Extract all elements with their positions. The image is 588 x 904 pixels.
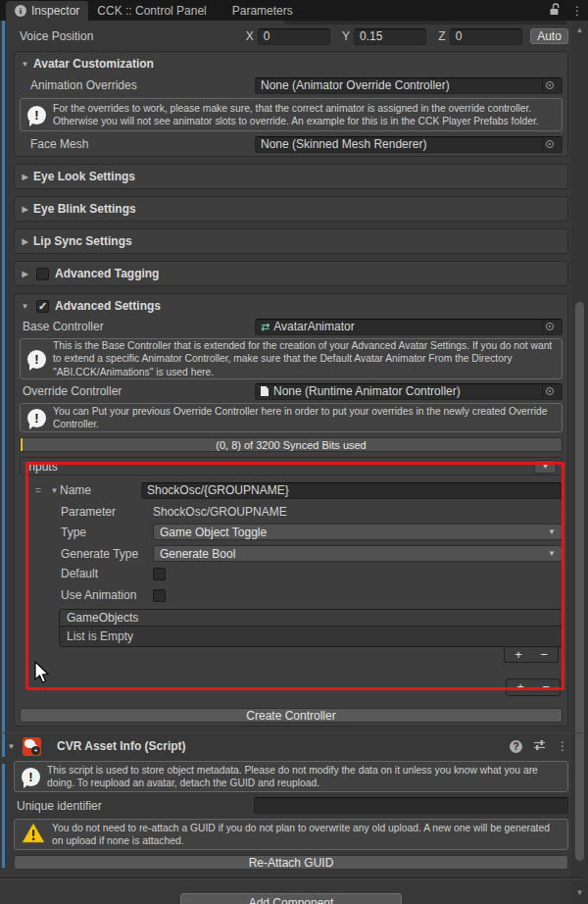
advanced-tagging-checkbox[interactable] xyxy=(36,268,49,280)
input-type-dropdown[interactable]: Game Object Toggle ▼ xyxy=(153,524,563,540)
input-use-animation-checkbox[interactable] xyxy=(153,589,166,602)
input-name-label: Name xyxy=(60,483,141,497)
input-default-checkbox[interactable] xyxy=(153,568,166,580)
voice-position-row: Voice Position X 0 Y 0.15 Z 0 Auto xyxy=(14,27,568,45)
add-component-button[interactable]: Add Component xyxy=(180,893,402,904)
component-menu-icon[interactable]: ⋮ xyxy=(557,740,568,752)
tab-parameters[interactable]: Parameters xyxy=(223,1,302,21)
input-generate-type-label: Generate Type xyxy=(61,547,153,561)
eye-look-settings-title: Eye Look Settings xyxy=(33,170,135,183)
voice-x-field[interactable]: 0 xyxy=(258,28,330,45)
presets-icon[interactable] xyxy=(533,739,546,754)
foldout-closed-icon: ▶ xyxy=(20,270,30,278)
gameobjects-list: GameObjects List is Empty xyxy=(59,609,563,647)
create-controller-button[interactable]: Create Controller xyxy=(20,708,563,723)
voice-y-label: Y xyxy=(342,29,350,43)
lip-sync-settings-section[interactable]: ▶ Lip Sync Settings xyxy=(14,228,568,254)
animation-overrides-label: Animation Overrides xyxy=(20,78,255,92)
inputs-add-button[interactable]: + xyxy=(511,680,530,694)
base-controller-label: Base Controller xyxy=(20,320,255,333)
info-bubble-icon: ! xyxy=(27,106,46,125)
object-picker-icon[interactable] xyxy=(542,137,557,152)
animation-overrides-row: Animation Overrides None (Animator Overr… xyxy=(20,76,563,94)
override-controller-row: Override Controller None (Runtime Animat… xyxy=(20,382,563,400)
voice-auto-button[interactable]: Auto xyxy=(530,28,568,44)
animation-overrides-field[interactable]: None (Animator Override Controller) xyxy=(255,77,563,94)
synced-bits-bar: (0, 8) of 3200 Synced Bits used xyxy=(20,437,563,452)
foldout-closed-icon: ▶ xyxy=(20,205,30,214)
foldout-open-icon[interactable]: ▼ xyxy=(6,742,17,751)
object-picker-icon[interactable] xyxy=(542,78,557,93)
gameobjects-list-footer: + − xyxy=(20,647,559,663)
inspector-info-icon: i xyxy=(15,5,26,17)
unique-identifier-field[interactable] xyxy=(254,797,568,814)
override-help-box: ! You can Put your previous Override Con… xyxy=(20,403,563,432)
scroll-up-icon[interactable]: ▲ xyxy=(571,25,588,34)
lock-icon[interactable] xyxy=(549,3,561,19)
eye-blink-settings-section[interactable]: ▶ Eye Blink Settings xyxy=(14,196,568,222)
base-controller-help-text: This is the Base Controller that is exte… xyxy=(53,339,555,378)
avatar-customization-title: Avatar Customization xyxy=(33,57,154,71)
voice-z-field[interactable]: 0 xyxy=(450,28,522,45)
voice-y-value: 0.15 xyxy=(360,29,382,43)
scrollbar[interactable]: ▲ ▼ xyxy=(571,21,588,904)
reattach-guid-button[interactable]: Re-Attach GUID xyxy=(14,855,568,870)
input-default-row: Default xyxy=(20,567,563,580)
synced-bits-marker xyxy=(21,438,23,451)
gameobjects-add-button[interactable]: + xyxy=(509,648,528,662)
scroll-down-icon[interactable]: ▼ xyxy=(571,888,588,897)
tab-inspector-label: Inspector xyxy=(31,4,79,18)
gameobjects-title: GameObjects xyxy=(67,611,138,625)
voice-auto-label: Auto xyxy=(537,29,562,43)
object-picker-icon[interactable] xyxy=(542,320,557,334)
eye-look-settings-section[interactable]: ▶ Eye Look Settings xyxy=(14,164,568,189)
input-generate-type-dropdown[interactable]: Generate Bool ▼ xyxy=(153,545,563,562)
avatar-customization-header[interactable]: ▼ Avatar Customization xyxy=(20,55,563,73)
gameobjects-remove-button[interactable]: − xyxy=(534,648,554,662)
inputs-header[interactable]: Inputs ▼ xyxy=(20,457,563,476)
input-name-field[interactable]: ShockOsc/{GROUPNAME} xyxy=(141,482,563,499)
tab-inspector[interactable]: i Inspector xyxy=(6,1,88,21)
inputs-list-footer: + − xyxy=(20,678,561,696)
gameobjects-list-header[interactable]: GameObjects xyxy=(60,610,562,627)
face-mesh-value: None (Skinned Mesh Renderer) xyxy=(261,137,426,151)
base-controller-field[interactable]: ⇄ AvatarAnimator xyxy=(255,319,563,335)
advanced-settings-header[interactable]: ▼ ✓ Advanced Settings xyxy=(20,297,563,315)
foldout-open-icon[interactable]: ▼ xyxy=(49,486,60,495)
input-parameter-label: Parameter xyxy=(61,505,153,519)
asset-info-help-text: This script is used to store object meta… xyxy=(47,764,561,790)
inputs-dropdown-icon[interactable]: ▼ xyxy=(534,460,557,474)
guid-warning-text: You do not need to re-attach a GUID if y… xyxy=(52,822,561,848)
help-icon[interactable]: ? xyxy=(510,740,522,753)
inputs-remove-button[interactable]: − xyxy=(536,680,556,694)
unique-identifier-label: Unique identifier xyxy=(14,799,254,813)
tab-bar: i Inspector CCK :: Control Panel Paramet… xyxy=(0,0,588,21)
animation-overrides-value: None (Animator Override Controller) xyxy=(261,78,450,92)
base-controller-help-box: ! This is the Base Controller that is ex… xyxy=(20,338,563,379)
base-controller-row: Base Controller ⇄ AvatarAnimator xyxy=(20,318,563,335)
scrollbar-thumb[interactable] xyxy=(575,302,584,861)
accent-stripe-bottom xyxy=(2,764,5,868)
cvr-asset-info-header[interactable]: ▼ + CVR Asset Info (Script) ? xyxy=(14,735,568,757)
synced-bits-text: (0, 8) of 3200 Synced Bits used xyxy=(216,439,366,451)
tab-cck-control-panel[interactable]: CCK :: Control Panel xyxy=(88,1,215,21)
voice-y-field[interactable]: 0.15 xyxy=(354,28,426,45)
override-controller-label: Override Controller xyxy=(20,384,255,398)
voice-z-label: Z xyxy=(438,29,445,43)
unique-identifier-row: Unique identifier xyxy=(14,797,568,814)
object-picker-icon[interactable] xyxy=(542,384,557,399)
override-controller-field[interactable]: None (Runtime Animator Controller) xyxy=(255,383,563,400)
input-parameter-row: Parameter ShockOsc/GROUPNAME xyxy=(20,504,563,520)
voice-x-value: 0 xyxy=(264,29,270,43)
window-menu-icon[interactable]: ⋮ xyxy=(571,5,583,17)
face-mesh-field[interactable]: None (Skinned Mesh Renderer) xyxy=(255,136,563,153)
dropdown-arrow-icon: ▼ xyxy=(548,527,556,536)
advanced-tagging-section[interactable]: ▶ Advanced Tagging xyxy=(14,261,568,286)
drag-handle-icon[interactable]: = xyxy=(35,485,49,496)
face-mesh-row: Face Mesh None (Skinned Mesh Renderer) xyxy=(20,135,563,153)
input-type-row: Type Game Object Toggle ▼ xyxy=(20,524,563,540)
advanced-settings-checkbox[interactable]: ✓ xyxy=(36,300,49,313)
foldout-open-icon: ▼ xyxy=(20,302,30,311)
gameobjects-empty-row: List is Empty xyxy=(60,627,562,646)
overrides-help-text: For the overrides to work, please make s… xyxy=(53,102,555,128)
